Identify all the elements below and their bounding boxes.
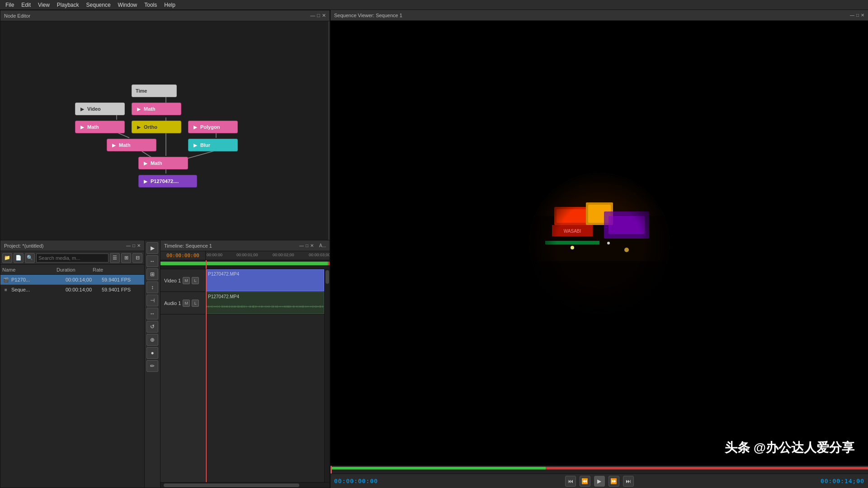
node-math3[interactable]: ▶Math — [107, 139, 156, 151]
svg-rect-155 — [264, 306, 264, 307]
svg-rect-144 — [259, 306, 259, 307]
menu-file[interactable]: File — [2, 1, 18, 9]
node-editor-maximize[interactable]: □ — [317, 13, 320, 19]
svg-rect-174 — [271, 306, 271, 307]
node-math1[interactable]: ▶Math — [132, 103, 181, 115]
node-editor-close[interactable]: ✕ — [322, 13, 326, 19]
video1-label-text: Video 1 — [164, 278, 181, 283]
menu-tools[interactable]: Tools — [141, 1, 160, 9]
viewer-maximize[interactable]: □ — [856, 13, 859, 18]
horizontal-scrollbar-thumb[interactable] — [164, 483, 299, 487]
fast-forward-button[interactable]: ⏩ — [609, 476, 619, 487]
svg-rect-172 — [270, 306, 270, 307]
tool-rotate[interactable]: ↺ — [146, 321, 158, 333]
node-time[interactable]: Time — [132, 84, 177, 97]
svg-rect-256 — [303, 306, 303, 307]
timeline-scrubber-tracks[interactable] — [160, 260, 330, 269]
search-media-input[interactable] — [36, 253, 108, 263]
menu-window[interactable]: Window — [114, 1, 141, 9]
project-row-1[interactable]: ≡ Seque... 00:00:14;00 59.9401 FPS — [0, 285, 144, 295]
tool-zoom[interactable]: ⊕ — [146, 334, 158, 346]
vertical-scrollbar-thumb[interactable] — [326, 270, 329, 284]
node-editor-minimize[interactable]: — — [310, 13, 315, 19]
playhead[interactable] — [206, 260, 207, 269]
svg-rect-59 — [226, 306, 226, 307]
svg-rect-110 — [246, 306, 246, 307]
tool-edit[interactable]: ⊞ — [146, 268, 158, 280]
video-track[interactable]: P1270472.MP4 — [206, 269, 324, 292]
list-view-button[interactable]: ☰ — [110, 253, 120, 263]
viewer-scrubber[interactable] — [330, 465, 868, 474]
svg-rect-32 — [215, 306, 216, 307]
tool-insert[interactable]: ⊣ — [146, 295, 158, 306]
svg-rect-94 — [240, 306, 240, 307]
menu-edit[interactable]: Edit — [18, 1, 34, 9]
timeline-maximize[interactable]: □ — [306, 243, 308, 248]
project-close[interactable]: ✕ — [137, 243, 141, 248]
svg-rect-71 — [231, 306, 231, 307]
timeline-close[interactable]: ✕ — [310, 243, 314, 248]
timeline-extra1[interactable]: A... — [319, 243, 326, 248]
find-button[interactable]: 🔍 — [25, 253, 35, 263]
step-back-button[interactable]: ⏪ — [580, 476, 590, 487]
tool-slip[interactable]: ↔ — [146, 308, 158, 319]
timeline-ruler-marks[interactable]: 00:00:00 00:00:01;00 00:00:02;00 00:00:0… — [206, 251, 330, 260]
menu-view[interactable]: View — [34, 1, 53, 9]
project-toolbar: 📁 📄 🔍 ☰ ⊞ ⊟ — [0, 251, 144, 265]
node-editor-divider[interactable] — [328, 21, 330, 240]
tool-record[interactable]: ● — [146, 347, 158, 359]
tool-move[interactable]: ↔ — [146, 255, 158, 267]
play-button[interactable]: ▶ — [594, 476, 605, 487]
audio1-l-btn[interactable]: L — [192, 300, 199, 307]
zoom-button[interactable]: ⊟ — [132, 253, 142, 263]
icon-view-button[interactable]: ⊞ — [121, 253, 131, 263]
svg-rect-57 — [225, 306, 226, 307]
scrubber-ticks — [330, 466, 868, 474]
svg-rect-28 — [213, 306, 214, 307]
project-minimize[interactable]: — — [126, 243, 131, 248]
tool-trim[interactable]: ↕ — [146, 282, 158, 293]
svg-rect-115 — [248, 306, 248, 307]
svg-rect-291 — [316, 306, 317, 307]
svg-rect-213 — [286, 306, 287, 307]
video1-m-btn[interactable]: M — [183, 277, 190, 284]
tool-pen[interactable]: ✏ — [146, 360, 158, 372]
node-math2[interactable]: ▶Math — [75, 121, 125, 133]
menu-sequence[interactable]: Sequence — [83, 1, 114, 9]
node-blur[interactable]: ▶Blur — [188, 139, 238, 151]
horizontal-scrollbar[interactable] — [160, 482, 330, 488]
node-polygon[interactable]: ▶Polygon — [188, 121, 238, 133]
node-editor-panel: Node Editor — □ ✕ — [0, 10, 330, 240]
node-editor-canvas[interactable]: Time ▶Math ▶Video ▶Math ▶Ortho — [0, 21, 330, 240]
menu-help[interactable]: Help — [160, 1, 179, 9]
timeline-minimize[interactable]: — — [299, 243, 304, 248]
svg-rect-209 — [284, 306, 285, 308]
goto-start-button[interactable]: ⏮ — [565, 476, 576, 487]
vertical-scrollbar[interactable] — [324, 269, 330, 482]
audio1-m-btn[interactable]: M — [183, 300, 190, 307]
node-p1270472[interactable]: ▶P1270472.... — [138, 175, 197, 188]
new-bin-button[interactable]: 📁 — [2, 253, 12, 263]
audio-track-clip[interactable]: P1270472.MP4 — [206, 292, 324, 314]
track-content[interactable]: P1270472.MP4 P1270472.MP4 — [206, 269, 324, 482]
new-item-button[interactable]: 📄 — [14, 253, 24, 263]
viewer-close[interactable]: ✕ — [861, 13, 864, 18]
node-math4[interactable]: ▶Math — [138, 157, 188, 169]
project-row-0[interactable]: 🎬 P1270... 00:00:14;00 59.9401 FPS — [0, 275, 144, 285]
svg-rect-201 — [281, 306, 282, 307]
menu-playback[interactable]: Playback — [53, 1, 83, 9]
goto-end-button[interactable]: ⏭ — [623, 476, 634, 487]
node-video[interactable]: ▶Video — [75, 103, 125, 115]
audio-track[interactable]: P1270472.MP4 — [206, 292, 324, 314]
tool-select[interactable]: ▶ — [146, 242, 158, 254]
viewer-minimize[interactable]: — — [850, 13, 854, 18]
project-maximize[interactable]: □ — [132, 243, 135, 248]
video1-l-btn[interactable]: L — [192, 277, 199, 284]
svg-rect-119 — [249, 306, 250, 307]
video-track-clip[interactable]: P1270472.MP4 — [206, 269, 324, 291]
project-panel: Project: *(untitled) — □ ✕ 📁 📄 🔍 ☰ ⊞ ⊟ — [0, 240, 145, 488]
node-ortho[interactable]: ▶Ortho — [132, 121, 181, 133]
svg-rect-22 — [211, 306, 212, 307]
svg-rect-288 — [316, 306, 316, 307]
svg-rect-262 — [305, 306, 306, 308]
